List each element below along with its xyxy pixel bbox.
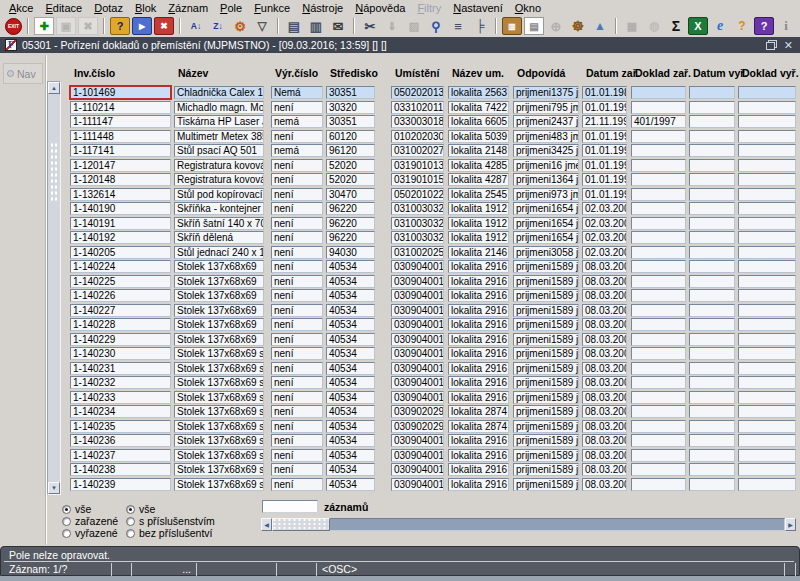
wheel-icon[interactable]: ☸ xyxy=(568,17,588,35)
grid-cell[interactable]: prijmeni1589 jme xyxy=(513,304,579,317)
scrollbar-thumb[interactable] xyxy=(50,142,58,202)
grid-cell[interactable]: 1-140239 xyxy=(70,478,171,491)
print-preview-icon[interactable]: ▥ xyxy=(306,17,326,35)
grid-cell[interactable] xyxy=(738,159,796,172)
grid-cell[interactable]: 030904001 xyxy=(391,362,444,375)
radio-icon[interactable] xyxy=(126,517,135,526)
grid-cell[interactable]: 030904001 xyxy=(391,478,444,491)
grid-cell[interactable]: 1-140227 xyxy=(70,304,171,317)
grid-cell[interactable]: 031901015 xyxy=(391,173,444,186)
grid-cell[interactable]: 30351 xyxy=(326,86,375,99)
grid-cell[interactable]: Skříňka - kontejner xyxy=(174,202,264,215)
grid-cell[interactable]: Registratura kovová xyxy=(174,173,264,186)
grid-cell[interactable]: 21.11.1997 xyxy=(582,115,627,128)
grid-cell[interactable]: Stolek 137x68x69 s xyxy=(174,362,264,375)
filter-accessories-option-1[interactable]: vše xyxy=(126,503,155,515)
filter-icon[interactable]: ▽ xyxy=(252,17,272,35)
grid-cell[interactable]: 1-140238 xyxy=(70,463,171,476)
menu-item-9[interactable]: Nápověda xyxy=(349,2,411,14)
grid-cell[interactable]: 96220 xyxy=(326,217,375,230)
grid-cell[interactable] xyxy=(631,449,686,462)
menu-item-5[interactable]: Záznam xyxy=(162,2,214,14)
filter-status-option-1[interactable]: vše xyxy=(62,503,91,515)
grid-cell[interactable] xyxy=(689,144,735,157)
grid-cell[interactable]: Stolek 137x68x69 s xyxy=(174,478,264,491)
grid-cell[interactable]: lokalita 2916 xyxy=(448,391,509,404)
grid-cell[interactable]: 40534 xyxy=(326,449,375,462)
grid-cell[interactable]: Stolek 137x68x69 s xyxy=(174,434,264,447)
grid-cell[interactable]: prijmeni1364 jme xyxy=(513,173,579,186)
grid-cell[interactable]: 30470 xyxy=(326,188,375,201)
grid-cell[interactable] xyxy=(738,347,796,360)
grid-cell[interactable]: 031003032 xyxy=(391,231,444,244)
grid-cell[interactable]: není xyxy=(271,202,323,215)
grid-cell[interactable]: 1-140226 xyxy=(70,289,171,302)
grid-cell[interactable] xyxy=(738,449,796,462)
grid-cell[interactable]: prijmeni1589 jme xyxy=(513,333,579,346)
grid-cell[interactable]: Stůl jednací 240 x 1 xyxy=(174,246,264,259)
grid-cell[interactable] xyxy=(689,463,735,476)
info-icon[interactable]: i xyxy=(776,17,796,35)
grid-cell[interactable] xyxy=(689,101,735,114)
grid-cell[interactable]: 08.03.2000 xyxy=(582,260,627,273)
radio-icon[interactable] xyxy=(126,529,135,538)
grid-cell[interactable]: 1-120148 xyxy=(70,173,171,186)
grid-cell[interactable]: 1-140233 xyxy=(70,391,171,404)
grid-cell[interactable]: 40534 xyxy=(326,463,375,476)
grid-cell[interactable] xyxy=(631,391,686,404)
grid-cell[interactable]: není xyxy=(271,231,323,244)
grid-cell[interactable]: není xyxy=(271,289,323,302)
grid-cell[interactable]: není xyxy=(271,463,323,476)
grid-cell[interactable]: prijmeni973 jmen xyxy=(513,188,579,201)
menu-item-8[interactable]: Nástroje xyxy=(296,2,349,14)
grid-cell[interactable]: není xyxy=(271,188,323,201)
grid-cell[interactable] xyxy=(738,463,796,476)
grid-cell[interactable]: 1-140229 xyxy=(70,333,171,346)
grid-cell[interactable]: 08.03.2000 xyxy=(582,463,627,476)
sort-desc-icon[interactable]: Z↓ xyxy=(208,17,228,35)
grid-cell[interactable]: 030904001 xyxy=(391,260,444,273)
grid-cell[interactable] xyxy=(738,202,796,215)
grid-cell[interactable]: 02.03.2000 xyxy=(582,246,627,259)
grid-cell[interactable]: lokalita 2916 xyxy=(448,434,509,447)
grid-cell[interactable]: prijmeni1589 jme xyxy=(513,289,579,302)
menu-item-3[interactable]: Dotaz xyxy=(88,2,129,14)
grid-cell[interactable] xyxy=(738,362,796,375)
grid-cell[interactable]: 40534 xyxy=(326,405,375,418)
grid-cell[interactable]: 030902029 xyxy=(391,420,444,433)
grid-cell[interactable]: 40534 xyxy=(326,347,375,360)
grid-cell[interactable]: prijmeni3058 jme xyxy=(513,246,579,259)
grid-cell[interactable] xyxy=(631,246,686,259)
exit-icon[interactable]: EXIT xyxy=(5,18,22,35)
grid-cell[interactable] xyxy=(738,217,796,230)
grid-cell[interactable]: Stůl pod kopírovací xyxy=(174,188,264,201)
grid-cell[interactable]: není xyxy=(271,362,323,375)
grid-cell[interactable]: 1-140191 xyxy=(70,217,171,230)
grid-cell[interactable]: lokalita 4287 xyxy=(448,173,509,186)
enter-query-icon[interactable]: ? xyxy=(110,17,130,35)
grid-cell[interactable] xyxy=(738,246,796,259)
grid-cell[interactable]: Chladnička Calex 17 xyxy=(174,86,264,99)
print-icon[interactable]: ▤ xyxy=(284,17,304,35)
grid-cell[interactable]: 40534 xyxy=(326,289,375,302)
grid-cell[interactable]: lokalita 4285 xyxy=(448,159,509,172)
grid-cell[interactable]: 40534 xyxy=(326,391,375,404)
grid-cell[interactable]: lokalita 6605 xyxy=(448,115,509,128)
grid-cell[interactable]: není xyxy=(271,333,323,346)
grid-cell[interactable]: 02.03.2000 xyxy=(582,231,627,244)
grid-cell[interactable]: prijmeni1589 jme xyxy=(513,347,579,360)
grid-cell[interactable] xyxy=(738,260,796,273)
grid-cell[interactable]: prijmeni483 jmen xyxy=(513,130,579,143)
grid-cell[interactable] xyxy=(738,144,796,157)
grid-cell[interactable]: 1-117141 xyxy=(70,144,171,157)
grid-cell[interactable]: 96120 xyxy=(326,144,375,157)
grid-cell[interactable]: Stolek 137x68x69 s xyxy=(174,391,264,404)
grid-cell[interactable] xyxy=(689,130,735,143)
grid-cell[interactable] xyxy=(689,188,735,201)
grid-cell[interactable]: lokalita 2545 xyxy=(448,188,509,201)
grid-cell[interactable]: není xyxy=(271,173,323,186)
grid-cell[interactable] xyxy=(738,405,796,418)
grid-cell[interactable] xyxy=(631,173,686,186)
grid-cell[interactable]: není xyxy=(271,449,323,462)
grid-cell[interactable] xyxy=(738,376,796,389)
